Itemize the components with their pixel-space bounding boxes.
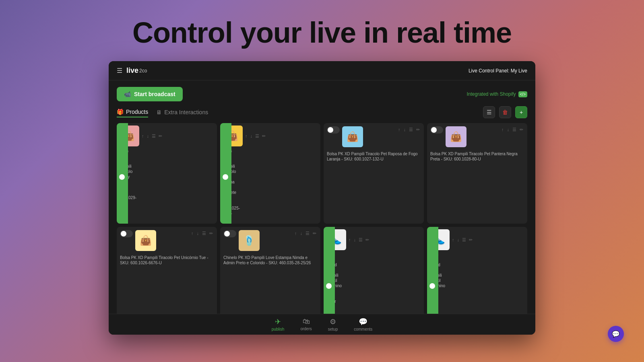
move-down-button[interactable]: ↓	[146, 133, 150, 140]
move-down-button[interactable]: ↓	[196, 230, 200, 237]
toggle-switch[interactable]	[119, 168, 126, 179]
move-down-button[interactable]: ↓	[403, 126, 407, 133]
tab-actions: ☰ 🗑 +	[483, 106, 527, 118]
card-bottom: Bolsa PK XD Pampili Tiracolo Pet Pantera…	[427, 150, 527, 165]
edit-button[interactable]: ✏	[261, 133, 266, 140]
edit-button[interactable]: ✏	[208, 230, 214, 237]
product-name: Bolsa PK XD Pampili Tiracolo Pet Unicórn…	[120, 255, 214, 265]
tabs: 🎁 Products 🖥 Extra Interactions	[117, 107, 208, 117]
toolbar: 📹 Start broadcast Integrated with Shopif…	[109, 80, 535, 106]
products-icon: 🎁	[117, 109, 124, 115]
list-button[interactable]: ☰	[254, 133, 260, 140]
list-button[interactable]: ☰	[461, 237, 467, 243]
delete-button[interactable]: 🗑	[499, 106, 511, 118]
comments-label: comments	[354, 327, 372, 331]
product-card: 👜 ↑ ↓ ☰ ✏ Bolsa PK XD Pampili Tiracolo P…	[117, 227, 217, 314]
edit-button[interactable]: ✏	[519, 126, 524, 133]
toggle-switch[interactable]	[120, 230, 133, 237]
list-button[interactable]: ☰	[305, 230, 310, 237]
nav-item-comments[interactable]: 💬 comments	[354, 317, 372, 331]
list-button[interactable]: ☰	[151, 133, 157, 140]
broadcast-label: Start broadcast	[134, 91, 175, 97]
card-top: 👜 ↑ ↓ ☰ ✏	[117, 227, 217, 254]
move-up-button[interactable]: ↑	[244, 133, 248, 140]
card-actions: ↑ ↓ ☰ ✏	[190, 230, 214, 237]
move-up-button[interactable]: ↑	[190, 230, 194, 237]
nav-item-setup[interactable]: ⚙ setup	[328, 317, 338, 331]
app-content: 📹 Start broadcast Integrated with Shopif…	[109, 80, 535, 314]
card-actions: ↑ ↓ ☰ ✏	[501, 126, 524, 133]
logo: live 2co	[126, 66, 147, 75]
list-button[interactable]: ☰	[512, 126, 517, 133]
publish-icon: ✈	[275, 317, 281, 326]
setup-icon: ⚙	[330, 317, 336, 326]
hero-title: Control your live in real time	[132, 16, 512, 49]
card-actions: ↑ ↓ ☰ ✏	[141, 133, 163, 140]
header-panel-label: Live Control Panel: My Live	[469, 68, 527, 74]
move-down-button[interactable]: ↓	[299, 230, 303, 237]
toggle-switch[interactable]	[223, 168, 229, 179]
publish-label: publish	[272, 327, 285, 331]
move-up-button[interactable]: ↑	[501, 126, 505, 133]
toggle-switch[interactable]	[326, 277, 332, 288]
card-top: 🩴 ↑ ↓ ☰ ✏	[220, 227, 320, 254]
product-name: Chinelo PK XD Pampili Love Estampa Nimda…	[223, 255, 317, 265]
active-bar	[427, 227, 438, 314]
move-up-button[interactable]: ↑	[294, 230, 298, 237]
edit-button[interactable]: ✏	[468, 237, 473, 243]
nav-item-orders[interactable]: 🛍 orders	[300, 317, 312, 331]
card-top: 👜 ↑ ↓ ☰ ✏	[324, 123, 424, 150]
hamburger-icon[interactable]: ☰	[117, 67, 122, 74]
card-actions: ↑ ↓ ☰ ✏	[294, 230, 317, 237]
shopify-badge: Integrated with Shopify </>	[466, 91, 527, 97]
toggle-switch[interactable]	[327, 126, 340, 134]
logo-text: live	[126, 66, 138, 75]
tab-products[interactable]: 🎁 Products	[117, 107, 148, 117]
list-button[interactable]: ☰	[408, 126, 414, 133]
list-button[interactable]: ☰	[358, 237, 363, 243]
product-thumbnail: 👜	[342, 126, 363, 147]
active-bar	[117, 123, 128, 224]
move-down-button[interactable]: ↓	[506, 126, 510, 133]
shopify-label: Integrated with Shopify	[466, 91, 516, 97]
product-name: Bolsa PK XD Pampili Tiracolo Pet Raposa …	[327, 151, 421, 162]
toggle-switch[interactable]	[429, 277, 436, 288]
nav-item-publish[interactable]: ✈ publish	[272, 317, 285, 331]
setup-label: setup	[328, 327, 338, 331]
move-up-button[interactable]: ↑	[451, 237, 455, 243]
edit-button[interactable]: ✏	[415, 126, 421, 133]
move-down-button[interactable]: ↓	[353, 237, 357, 243]
list-button[interactable]: ☰	[201, 230, 207, 237]
toggle-switch[interactable]	[430, 126, 443, 134]
card-actions: ↑ ↓ ☰ ✏	[397, 126, 421, 133]
product-card: 👜 ↑ ↓ ☰ ✏ Bolsa PK XD Pampili Tiracolo P…	[220, 123, 320, 224]
broadcast-button[interactable]: 📹 Start broadcast	[117, 87, 183, 101]
orders-label: orders	[300, 327, 312, 331]
move-up-button[interactable]: ↑	[348, 237, 352, 243]
tab-extra-interactions[interactable]: 🖥 Extra Interactions	[156, 107, 208, 117]
interactions-icon: 🖥	[156, 109, 162, 115]
tab-products-label: Products	[126, 109, 148, 115]
broadcast-icon: 📹	[124, 91, 131, 97]
edit-button[interactable]: ✏	[365, 237, 370, 243]
card-bottom: Chinelo PK XD Pampili Love Estampa Nimda…	[220, 254, 320, 269]
app-header: ☰ live 2co Live Control Panel: My Live	[109, 61, 535, 80]
edit-button[interactable]: ✏	[158, 133, 163, 140]
move-up-button[interactable]: ↑	[141, 133, 145, 140]
shopify-icon: </>	[518, 91, 527, 97]
move-down-button[interactable]: ↓	[456, 237, 460, 243]
product-name: Bolsa PK XD Pampili Tiracolo Pet Pantera…	[430, 151, 524, 162]
card-bottom: Bolsa PK XD Pampili Tiracolo Pet Raposa …	[324, 150, 424, 165]
add-button[interactable]: +	[515, 106, 527, 118]
card-top: 👜 ↑ ↓ ☰ ✏	[427, 123, 527, 150]
active-bar	[220, 123, 231, 224]
product-card: 👜 ↑ ↓ ☰ ✏ Bolsa PK XD Pampili Tiracolo P…	[324, 123, 424, 224]
move-down-button[interactable]: ↓	[250, 133, 254, 140]
list-view-button[interactable]: ☰	[483, 106, 495, 118]
edit-button[interactable]: ✏	[312, 230, 317, 237]
product-card: 👜 ↑ ↓ ☰ ✏ Bolsa PK XD Pampili Tiracolo P…	[117, 123, 217, 224]
move-up-button[interactable]: ↑	[397, 126, 401, 133]
toggle-switch[interactable]	[223, 230, 236, 237]
card-actions: ↑ ↓ ☰ ✏	[244, 133, 266, 140]
product-thumbnail: 🩴	[239, 230, 260, 251]
